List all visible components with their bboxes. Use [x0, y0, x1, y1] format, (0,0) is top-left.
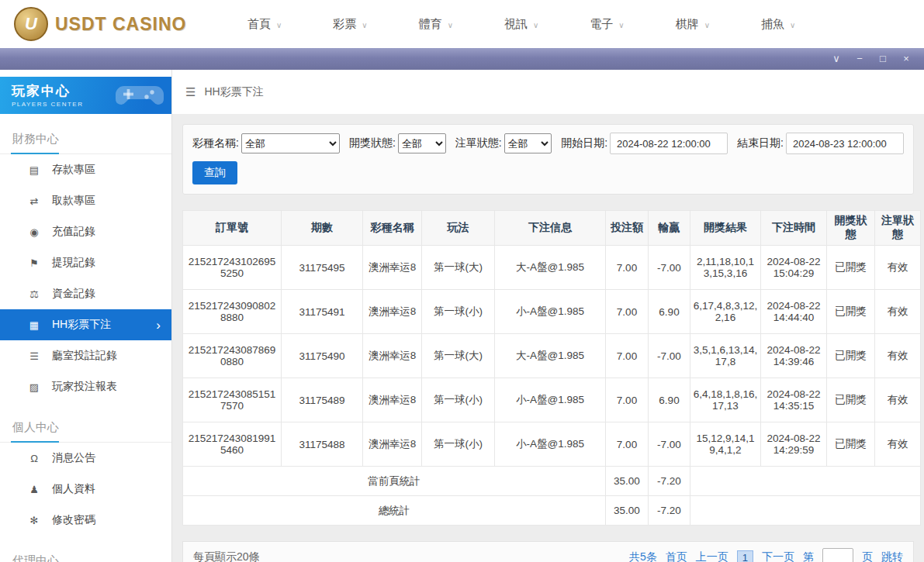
- column-header: 輸贏: [649, 211, 690, 246]
- gear-icon: ✻: [28, 515, 40, 526]
- nav-item-2[interactable]: 彩票∨: [307, 0, 393, 48]
- cell-play-type: 第一球(大): [422, 246, 495, 290]
- cell-lottery-name: 澳洲幸运8: [363, 246, 422, 290]
- window-close-icon[interactable]: ×: [895, 48, 918, 70]
- table-row: 2152172430851517570 31175489 澳洲幸运8 第一球(小…: [183, 378, 921, 422]
- window-collapse-icon[interactable]: ∨: [825, 48, 848, 70]
- app-window: U USDT CASINO 首頁∨彩票∨體育∨視訊∨電子∨棋牌∨捕魚∨ ∨ − …: [0, 0, 924, 562]
- cell-draw-status: 已開獎: [827, 334, 875, 378]
- sidebar-item-label: 消息公告: [52, 451, 95, 465]
- sidebar-item[interactable]: ▨玩家投注報表: [0, 371, 171, 402]
- nav-item-7[interactable]: 捕魚∨: [735, 0, 821, 48]
- window-titlebar: ∨ − □ ×: [0, 48, 924, 70]
- window-maximize-icon[interactable]: □: [871, 48, 895, 70]
- cell-win-loss: -7.00: [649, 422, 690, 467]
- search-button[interactable]: 查詢: [192, 161, 237, 184]
- logo[interactable]: U USDT CASINO: [14, 7, 200, 41]
- sidebar-section-title: 個人中心: [0, 413, 171, 443]
- bet-status-label: 注單狀態:: [455, 136, 502, 150]
- room-bet-record-icon: ☰: [28, 350, 40, 362]
- cell-draw-result: 15,12,9,14,19,4,1,2: [690, 422, 761, 467]
- cell-period: 31175491: [282, 290, 363, 334]
- chevron-right-icon: ›: [156, 319, 161, 332]
- nav-item-3[interactable]: 體育∨: [393, 0, 479, 48]
- cell-draw-result: 6,4,18,1,8,16,17,13: [690, 378, 761, 422]
- cell-order-no: 2152172430851517570: [183, 378, 282, 422]
- column-header: 開獎結果: [690, 211, 761, 246]
- cell-play-type: 第一球(小): [422, 378, 495, 422]
- sidebar-item[interactable]: ♟個人資料: [0, 474, 171, 505]
- nav-item-5[interactable]: 電子∨: [564, 0, 649, 48]
- fund-record-icon: ⚖: [28, 288, 40, 300]
- table-row: 2152172431026955250 31175495 澳洲幸运8 第一球(大…: [183, 246, 921, 290]
- draw-status-select[interactable]: 全部: [398, 133, 446, 153]
- end-date-input[interactable]: [786, 133, 904, 154]
- filter-row: 彩種名稱: 全部 開獎狀態: 全部 注單狀態: 全部 開始日期:: [192, 133, 904, 154]
- sidebar-item[interactable]: Ω消息公告: [0, 443, 171, 474]
- page-summary-label: 當前頁統計: [183, 467, 606, 496]
- user-icon: ♟: [28, 484, 40, 495]
- end-date-label: 結束日期:: [737, 136, 784, 150]
- column-header: 投注額: [606, 211, 649, 246]
- sidebar-item[interactable]: ▦HH彩票下注›: [0, 309, 171, 340]
- nav-item-6[interactable]: 棋牌∨: [650, 0, 735, 48]
- cell-bet-info: 小-A盤@1.985: [495, 378, 606, 422]
- total-summary-winloss: -7.20: [649, 496, 690, 526]
- sidebar-item[interactable]: ▤存款專區: [0, 154, 171, 185]
- cell-period: 31175489: [282, 378, 363, 422]
- sidebar-item[interactable]: ☰廳室投註記錄: [0, 340, 171, 371]
- bell-icon: Ω: [28, 453, 40, 464]
- top-header: U USDT CASINO 首頁∨彩票∨體育∨視訊∨電子∨棋牌∨捕魚∨: [0, 0, 924, 48]
- sidebar-item[interactable]: ⚑提現記錄: [0, 247, 171, 278]
- pager: 共5条 首页 上一页 1 下一页 第 页 跳转: [629, 548, 903, 562]
- cell-bet-status: 有效: [875, 422, 921, 467]
- start-date-input[interactable]: [610, 133, 728, 154]
- sidebar-item-label: 充值記錄: [52, 225, 95, 239]
- cell-order-no: 2152172430819915460: [183, 422, 282, 467]
- cell-order-no: 2152172430878690880: [183, 334, 282, 378]
- sidebar-item[interactable]: ⇄取款專區: [0, 185, 171, 216]
- withdraw-money-icon: ⇄: [28, 195, 40, 207]
- jump-button[interactable]: 跳转: [881, 550, 903, 562]
- lottery-bet-icon: ▦: [28, 319, 40, 331]
- cell-win-loss: 6.90: [649, 378, 690, 422]
- sidebar-item[interactable]: ⚖資金記錄: [0, 278, 171, 309]
- first-page-link[interactable]: 首页: [666, 550, 687, 562]
- cell-bet-status: 有效: [875, 290, 921, 334]
- page-jump-input[interactable]: [822, 548, 853, 562]
- nav-item-4[interactable]: 視訊∨: [479, 0, 564, 48]
- cell-bet-time: 2024-08-22 14:44:40: [761, 290, 827, 334]
- lottery-name-select[interactable]: 全部: [241, 133, 340, 153]
- table-row: 2152172430819915460 31175488 澳洲幸运8 第一球(小…: [183, 422, 921, 467]
- window-minimize-icon[interactable]: −: [848, 48, 871, 70]
- sidebar-item-label: HH彩票下注: [52, 318, 111, 332]
- next-page-link[interactable]: 下一页: [762, 550, 794, 562]
- chevron-down-icon: ∨: [618, 21, 624, 29]
- lottery-name-label: 彩種名稱:: [192, 136, 239, 150]
- menu-toggle-icon[interactable]: ☰: [185, 85, 196, 99]
- cell-bet-time: 2024-08-22 14:39:46: [761, 334, 827, 378]
- per-page-info: 每頁顯示20條: [193, 550, 260, 562]
- sidebar-menu: 財務中心▤存款專區⇄取款專區◉充值記錄⚑提現記錄⚖資金記錄▦HH彩票下注›☰廳室…: [0, 125, 171, 562]
- sidebar-item[interactable]: ◉充值記錄: [0, 216, 171, 247]
- current-page[interactable]: 1: [737, 550, 753, 562]
- page-summary-row: 當前頁統計 35.00 -7.20: [183, 467, 921, 496]
- chevron-down-icon: ∨: [362, 21, 367, 29]
- page-summary-empty: [690, 467, 921, 496]
- breadcrumb: HH彩票下注: [204, 85, 263, 99]
- bet-status-select[interactable]: 全部: [504, 133, 552, 153]
- sidebar: 玩家中心 PLAYERS CENTER 財務中心▤存款專區⇄取款專區◉充值記錄⚑…: [0, 70, 172, 562]
- sidebar-item-label: 提現記錄: [52, 256, 95, 270]
- sidebar-item[interactable]: ✻修改密碼: [0, 505, 171, 536]
- column-header: 下注時間: [761, 211, 827, 246]
- cell-period: 31175495: [282, 246, 363, 290]
- cell-win-loss: -7.00: [649, 246, 690, 290]
- nav-item-1[interactable]: 首頁∨: [222, 0, 307, 48]
- prev-page-link[interactable]: 上一页: [696, 550, 728, 562]
- sidebar-item-label: 廳室投註記錄: [52, 349, 117, 363]
- sidebar-item-label: 玩家投注報表: [52, 380, 117, 394]
- cell-draw-status: 已開獎: [827, 246, 875, 290]
- cell-bet-amount: 7.00: [606, 334, 649, 378]
- sidebar-item-label: 資金記錄: [52, 287, 95, 301]
- cell-play-type: 第一球(大): [422, 334, 495, 378]
